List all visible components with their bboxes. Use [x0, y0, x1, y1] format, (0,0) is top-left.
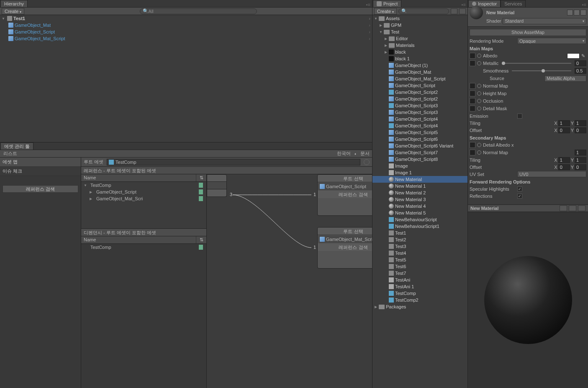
project-item[interactable]: New Material 5: [372, 210, 467, 216]
node-field[interactable]: GameObject_Script: [318, 183, 372, 190]
project-item[interactable]: GameObject_Script7: [372, 149, 467, 156]
project-item[interactable]: Image: [372, 163, 467, 169]
project-item[interactable]: ▶Materials: [372, 42, 467, 49]
node-field[interactable]: GameObject_Mat_Script: [318, 235, 372, 243]
project-item[interactable]: TestAni: [372, 277, 467, 283]
project-item[interactable]: TestComp: [372, 290, 467, 297]
uv-dropdown[interactable]: UV0: [517, 171, 586, 177]
create-button[interactable]: Create ▾: [2, 8, 24, 15]
rendering-mode-dropdown[interactable]: Opaque▾: [517, 38, 586, 44]
project-item[interactable]: ▶Packages: [372, 303, 467, 310]
shader-dropdown[interactable]: Standard▾: [503, 18, 586, 24]
panel-menu-icon[interactable]: ▪≡: [366, 2, 372, 7]
name-column[interactable]: Name: [81, 174, 196, 181]
metallic-slider[interactable]: [502, 63, 571, 64]
offset-y[interactable]: 0: [575, 127, 586, 133]
normal2-slot[interactable]: [470, 150, 475, 155]
project-item[interactable]: Test1: [372, 230, 467, 236]
height-slot[interactable]: [470, 91, 475, 96]
project-item[interactable]: GameObject_Mat: [372, 69, 467, 75]
sort-button[interactable]: ⇅: [196, 174, 206, 181]
dep-row[interactable]: TestComp: [81, 244, 206, 251]
metallic-slot[interactable]: [470, 60, 475, 66]
project-item[interactable]: Test6: [372, 263, 467, 270]
project-item[interactable]: NewBehaviourScript: [372, 216, 467, 223]
lang-dropdown[interactable]: 한국어 ♦: [337, 150, 356, 157]
project-item[interactable]: Test3: [372, 243, 467, 250]
object-picker-icon[interactable]: [364, 159, 370, 165]
metallic-value[interactable]: 0: [575, 60, 586, 66]
picker-icon[interactable]: [477, 106, 481, 111]
project-item[interactable]: ▼Assets: [372, 15, 467, 22]
node-search-button[interactable]: 레퍼런스 검색: [318, 191, 372, 198]
root-asset-field[interactable]: TestComp: [107, 159, 360, 166]
project-item[interactable]: black 1: [372, 55, 467, 62]
project-item[interactable]: Test7: [372, 270, 467, 277]
prefab-icon[interactable]: [567, 10, 573, 16]
project-item[interactable]: TestComp2: [372, 297, 467, 303]
project-item[interactable]: GameObject_Script6 Variant: [372, 142, 467, 149]
project-item[interactable]: GameObject_Script: [372, 82, 467, 89]
services-tab[interactable]: Services: [501, 0, 526, 7]
source-dropdown[interactable]: Metallic Alpha: [544, 75, 586, 82]
project-item[interactable]: GameObject_Mat_Script: [372, 75, 467, 82]
picker-icon[interactable]: [477, 91, 481, 96]
ref-row[interactable]: ▼TestComp: [81, 182, 206, 189]
refl-checkbox[interactable]: ✓: [517, 194, 522, 199]
panel-menu-icon[interactable]: ▪≡: [462, 2, 467, 7]
picker-icon[interactable]: [477, 84, 481, 88]
asset-tool-tab[interactable]: 에셋 관리 툴: [0, 142, 33, 150]
smoothness-value[interactable]: 0.5: [575, 68, 586, 74]
reference-search-button[interactable]: 레퍼런스 검색: [3, 185, 78, 193]
project-item[interactable]: GameObject_Script4: [372, 116, 467, 122]
node-select-button[interactable]: 루트 선택: [318, 228, 372, 235]
project-search[interactable]: 🔍: [398, 8, 449, 14]
albedo-slot[interactable]: [470, 53, 475, 59]
project-item[interactable]: GameObject_Script2: [372, 89, 467, 96]
detail-albedo-slot[interactable]: [470, 142, 475, 148]
node-select-button[interactable]: 루트 선택: [318, 175, 372, 182]
ref-row[interactable]: ▶GameObject_Mat_Scri: [81, 195, 206, 202]
light-icon[interactable]: [569, 205, 576, 211]
project-item[interactable]: New Material 1: [372, 183, 467, 189]
material-preview[interactable]: [468, 212, 588, 388]
picker-icon[interactable]: [477, 150, 481, 155]
project-item[interactable]: New Material: [372, 176, 467, 183]
picker-icon[interactable]: [477, 143, 481, 147]
spec-checkbox[interactable]: ✓: [517, 186, 522, 191]
project-item[interactable]: TestAni 1: [372, 283, 467, 290]
name-column[interactable]: Name: [81, 236, 196, 243]
project-item[interactable]: Test5: [372, 256, 467, 263]
tiling-y[interactable]: 1: [575, 120, 586, 126]
play-icon[interactable]: [560, 205, 567, 211]
offset-x[interactable]: 0: [558, 127, 570, 133]
hierarchy-item[interactable]: GameObject_Mat›: [0, 22, 372, 28]
hierarchy-item[interactable]: GameObject_Script›: [0, 28, 372, 35]
smoothness-slider[interactable]: [512, 70, 571, 71]
doc-link[interactable]: 문서: [360, 150, 370, 157]
project-item[interactable]: New Material 2: [372, 189, 467, 196]
picker-icon[interactable]: [477, 61, 481, 65]
tiling-x[interactable]: 1: [558, 120, 570, 126]
scene-row[interactable]: ▼Test1›: [0, 15, 372, 22]
project-item[interactable]: New Material 3: [372, 196, 467, 203]
hierarchy-item[interactable]: GameObject_Mat_Script›: [0, 35, 372, 42]
project-item[interactable]: GameObject (1): [372, 62, 467, 69]
graph-node[interactable]: 루트 선택 GameObject_Script 레퍼런스 검색: [317, 174, 372, 216]
project-item[interactable]: GameObject_Script4: [372, 122, 467, 129]
project-item[interactable]: Test2: [372, 236, 467, 243]
graph-node[interactable]: 루트 선택 GameObject_Mat_Script 레퍼런스 검색: [317, 227, 372, 269]
project-item[interactable]: GameObject_Script6: [372, 136, 467, 142]
project-item[interactable]: GameObject_Script2: [372, 96, 467, 102]
hierarchy-tab[interactable]: Hierarchy: [0, 0, 28, 7]
hierarchy-search[interactable]: 🔍All: [140, 8, 257, 14]
graph-canvas[interactable]: 3 1 루트 선택 GameObject_Script 레퍼런스 검색 11 루…: [207, 174, 372, 388]
panel-menu-icon[interactable]: ▪≡: [582, 2, 588, 7]
issue-check-tab[interactable]: 이슈 체크: [0, 167, 81, 176]
create-button[interactable]: Create ▾: [374, 8, 397, 15]
project-item[interactable]: ▼Test: [372, 28, 467, 35]
asset-map-tab[interactable]: 에셋 맵: [0, 158, 81, 167]
project-item[interactable]: ▶GPM: [372, 22, 467, 28]
normal2-value[interactable]: 1: [575, 150, 586, 155]
sphere-icon[interactable]: [578, 205, 585, 211]
